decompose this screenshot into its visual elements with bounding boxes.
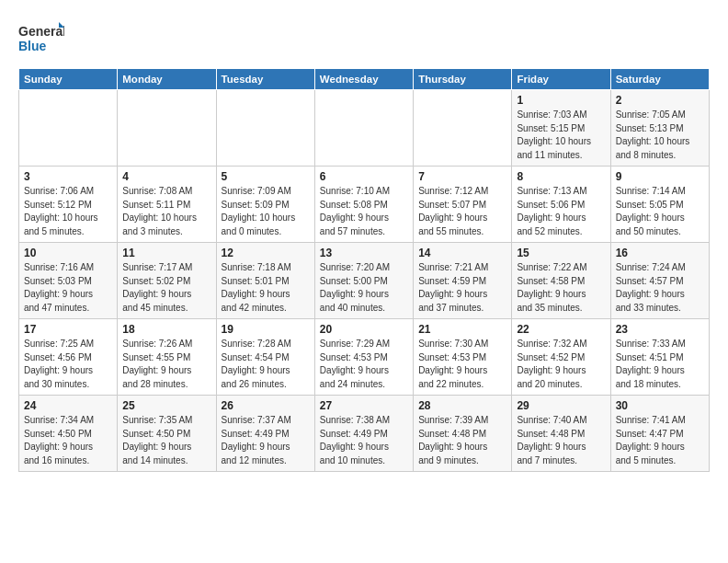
- calendar-cell: 4Sunrise: 7:08 AM Sunset: 5:11 PM Daylig…: [118, 167, 216, 243]
- calendar-cell: 18Sunrise: 7:26 AM Sunset: 4:55 PM Dayli…: [118, 319, 216, 396]
- week-row-4: 17Sunrise: 7:25 AM Sunset: 4:56 PM Dayli…: [19, 319, 710, 396]
- header: General Blue: [18, 15, 710, 59]
- day-info: Sunrise: 7:09 AM Sunset: 5:09 PM Dayligh…: [222, 185, 310, 238]
- day-number: 10: [24, 247, 112, 259]
- day-info: Sunrise: 7:03 AM Sunset: 5:15 PM Dayligh…: [517, 109, 605, 162]
- week-row-1: 1Sunrise: 7:03 AM Sunset: 5:15 PM Daylig…: [19, 90, 710, 167]
- weekday-header-friday: Friday: [512, 69, 610, 90]
- calendar-cell: 13Sunrise: 7:20 AM Sunset: 5:00 PM Dayli…: [314, 243, 413, 319]
- weekday-header-wednesday: Wednesday: [314, 69, 413, 90]
- day-number: 17: [24, 323, 112, 336]
- day-info: Sunrise: 7:38 AM Sunset: 4:49 PM Dayligh…: [320, 414, 408, 467]
- day-number: 1: [517, 94, 605, 107]
- calendar-cell: 16Sunrise: 7:24 AM Sunset: 4:57 PM Dayli…: [610, 243, 709, 319]
- weekday-header-monday: Monday: [118, 69, 216, 90]
- calendar-cell: 11Sunrise: 7:17 AM Sunset: 5:02 PM Dayli…: [118, 243, 216, 319]
- day-info: Sunrise: 7:37 AM Sunset: 4:49 PM Dayligh…: [222, 414, 310, 467]
- day-number: 18: [122, 323, 210, 336]
- day-number: 29: [517, 399, 605, 412]
- day-number: 9: [616, 170, 704, 183]
- logo: General Blue: [18, 18, 64, 59]
- calendar-cell: 2Sunrise: 7:05 AM Sunset: 5:13 PM Daylig…: [610, 90, 709, 167]
- calendar-cell: 7Sunrise: 7:12 AM Sunset: 5:07 PM Daylig…: [414, 167, 512, 243]
- day-info: Sunrise: 7:28 AM Sunset: 4:54 PM Dayligh…: [222, 338, 310, 391]
- day-info: Sunrise: 7:26 AM Sunset: 4:55 PM Dayligh…: [122, 338, 210, 391]
- day-number: 21: [418, 323, 506, 336]
- day-info: Sunrise: 7:14 AM Sunset: 5:05 PM Dayligh…: [616, 185, 704, 238]
- day-number: 13: [320, 247, 408, 259]
- calendar-cell: [19, 90, 118, 167]
- day-info: Sunrise: 7:10 AM Sunset: 5:08 PM Dayligh…: [320, 185, 408, 238]
- day-info: Sunrise: 7:25 AM Sunset: 4:56 PM Dayligh…: [24, 338, 112, 391]
- day-info: Sunrise: 7:20 AM Sunset: 5:00 PM Dayligh…: [320, 261, 408, 315]
- calendar-cell: 26Sunrise: 7:37 AM Sunset: 4:49 PM Dayli…: [216, 396, 314, 472]
- day-number: 3: [24, 170, 112, 183]
- day-info: Sunrise: 7:21 AM Sunset: 4:59 PM Dayligh…: [418, 261, 506, 315]
- week-row-3: 10Sunrise: 7:16 AM Sunset: 5:03 PM Dayli…: [19, 243, 710, 319]
- calendar-cell: 20Sunrise: 7:29 AM Sunset: 4:53 PM Dayli…: [314, 319, 413, 396]
- day-number: 26: [222, 399, 310, 412]
- calendar-cell: 21Sunrise: 7:30 AM Sunset: 4:53 PM Dayli…: [414, 319, 512, 396]
- calendar-cell: 27Sunrise: 7:38 AM Sunset: 4:49 PM Dayli…: [314, 396, 413, 472]
- logo-svg: General Blue: [18, 18, 64, 59]
- calendar-cell: 25Sunrise: 7:35 AM Sunset: 4:50 PM Dayli…: [118, 396, 216, 472]
- day-info: Sunrise: 7:12 AM Sunset: 5:07 PM Dayligh…: [418, 185, 506, 238]
- day-info: Sunrise: 7:18 AM Sunset: 5:01 PM Dayligh…: [222, 261, 310, 315]
- calendar-cell: 5Sunrise: 7:09 AM Sunset: 5:09 PM Daylig…: [216, 167, 314, 243]
- calendar-cell: 17Sunrise: 7:25 AM Sunset: 4:56 PM Dayli…: [19, 319, 118, 396]
- day-number: 16: [616, 247, 704, 259]
- calendar-cell: 24Sunrise: 7:34 AM Sunset: 4:50 PM Dayli…: [19, 396, 118, 472]
- weekday-header-row: SundayMondayTuesdayWednesdayThursdayFrid…: [19, 69, 710, 90]
- weekday-header-thursday: Thursday: [414, 69, 512, 90]
- day-info: Sunrise: 7:40 AM Sunset: 4:48 PM Dayligh…: [517, 414, 605, 467]
- calendar-cell: 10Sunrise: 7:16 AM Sunset: 5:03 PM Dayli…: [19, 243, 118, 319]
- day-info: Sunrise: 7:24 AM Sunset: 4:57 PM Dayligh…: [616, 261, 704, 315]
- calendar-cell: [314, 90, 413, 167]
- calendar-cell: 6Sunrise: 7:10 AM Sunset: 5:08 PM Daylig…: [314, 167, 413, 243]
- day-number: 25: [122, 399, 210, 412]
- day-info: Sunrise: 7:32 AM Sunset: 4:52 PM Dayligh…: [517, 338, 605, 391]
- calendar-cell: 15Sunrise: 7:22 AM Sunset: 4:58 PM Dayli…: [512, 243, 610, 319]
- day-number: 22: [517, 323, 605, 336]
- day-number: 30: [616, 399, 704, 412]
- calendar-table: SundayMondayTuesdayWednesdayThursdayFrid…: [18, 68, 710, 472]
- calendar-cell: [414, 90, 512, 167]
- calendar-cell: 12Sunrise: 7:18 AM Sunset: 5:01 PM Dayli…: [216, 243, 314, 319]
- day-number: 14: [418, 247, 506, 259]
- day-number: 8: [517, 170, 605, 183]
- day-number: 12: [222, 247, 310, 259]
- page: General Blue SundayMondayTuesdayWednesda…: [0, 0, 728, 487]
- day-number: 20: [320, 323, 408, 336]
- day-info: Sunrise: 7:06 AM Sunset: 5:12 PM Dayligh…: [24, 185, 112, 238]
- day-info: Sunrise: 7:16 AM Sunset: 5:03 PM Dayligh…: [24, 261, 112, 315]
- day-number: 28: [418, 399, 506, 412]
- day-number: 11: [122, 247, 210, 259]
- day-info: Sunrise: 7:34 AM Sunset: 4:50 PM Dayligh…: [24, 414, 112, 467]
- calendar-cell: 30Sunrise: 7:41 AM Sunset: 4:47 PM Dayli…: [610, 396, 709, 472]
- calendar-cell: 8Sunrise: 7:13 AM Sunset: 5:06 PM Daylig…: [512, 167, 610, 243]
- day-info: Sunrise: 7:05 AM Sunset: 5:13 PM Dayligh…: [616, 109, 704, 162]
- day-info: Sunrise: 7:30 AM Sunset: 4:53 PM Dayligh…: [418, 338, 506, 391]
- day-number: 27: [320, 399, 408, 412]
- calendar-cell: 29Sunrise: 7:40 AM Sunset: 4:48 PM Dayli…: [512, 396, 610, 472]
- svg-text:Blue: Blue: [18, 39, 47, 53]
- day-number: 7: [418, 170, 506, 183]
- day-number: 2: [616, 94, 704, 107]
- calendar-cell: 22Sunrise: 7:32 AM Sunset: 4:52 PM Dayli…: [512, 319, 610, 396]
- week-row-2: 3Sunrise: 7:06 AM Sunset: 5:12 PM Daylig…: [19, 167, 710, 243]
- day-number: 5: [222, 170, 310, 183]
- day-number: 24: [24, 399, 112, 412]
- svg-text:General: General: [18, 24, 64, 39]
- day-info: Sunrise: 7:33 AM Sunset: 4:51 PM Dayligh…: [616, 338, 704, 391]
- week-row-5: 24Sunrise: 7:34 AM Sunset: 4:50 PM Dayli…: [19, 396, 710, 472]
- day-info: Sunrise: 7:35 AM Sunset: 4:50 PM Dayligh…: [122, 414, 210, 467]
- weekday-header-saturday: Saturday: [610, 69, 709, 90]
- weekday-header-tuesday: Tuesday: [216, 69, 314, 90]
- day-number: 6: [320, 170, 408, 183]
- day-info: Sunrise: 7:41 AM Sunset: 4:47 PM Dayligh…: [616, 414, 704, 467]
- calendar-cell: 28Sunrise: 7:39 AM Sunset: 4:48 PM Dayli…: [414, 396, 512, 472]
- weekday-header-sunday: Sunday: [19, 69, 118, 90]
- calendar-cell: 14Sunrise: 7:21 AM Sunset: 4:59 PM Dayli…: [414, 243, 512, 319]
- calendar-cell: [118, 90, 216, 167]
- day-number: 15: [517, 247, 605, 259]
